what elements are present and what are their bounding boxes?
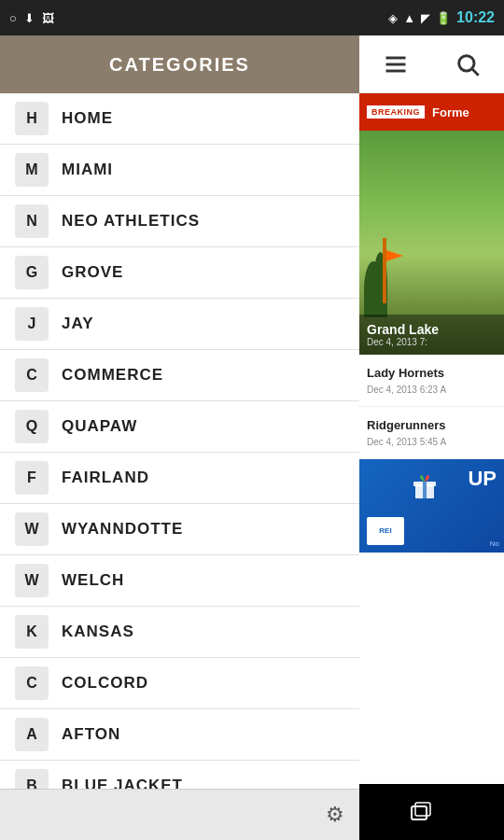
sidebar-item-label-jay: JAY: [62, 315, 94, 333]
search-button[interactable]: [444, 41, 491, 88]
sidebar-item-label-wyandotte: WYANNDOTTE: [62, 520, 183, 539]
sidebar-item-label-kansas: KANSAS: [62, 623, 134, 641]
card-caption: Grand Lake Dec 4, 2013 7:: [359, 315, 504, 355]
sidebar-items-list: H HOME M MIAMI N NEO ATHLETICS G GROVE J…: [0, 93, 359, 789]
sidebar-item-label-afton: AFTON: [62, 725, 120, 744]
card-title: Grand Lake: [367, 322, 497, 337]
sidebar-item-label-colcord: COLCORD: [62, 674, 148, 693]
network-icon: ◤: [421, 11, 430, 25]
sidebar-item-kansas[interactable]: K KANSAS: [0, 607, 359, 658]
sidebar-item-icon-quapaw: Q: [15, 410, 49, 443]
sidebar-item-fairland[interactable]: F FAIRLAND: [0, 453, 359, 504]
svg-line-4: [473, 69, 479, 75]
battery-icon: 🔋: [436, 11, 451, 25]
sidebar-item-label-commerce: COMMERCE: [62, 366, 163, 385]
notification-icon: ○: [9, 11, 17, 25]
sidebar-item-label-quapaw: QUAPAW: [62, 417, 137, 436]
wifi-icon: ▲: [403, 11, 415, 25]
news-item-1-title: Lady Hornets: [367, 366, 497, 382]
sidebar-item-label-blue-jacket: BLUE JACKET: [62, 777, 183, 789]
sidebar-item-label-fairland: FAIRLAND: [62, 469, 149, 487]
sidebar-item-icon-miami: M: [15, 153, 49, 187]
right-topbar: [359, 35, 504, 93]
news-item-2[interactable]: Ridgerunners Dec 4, 2013 5:45 A: [359, 407, 504, 459]
status-bar-right: ◈ ▲ ◤ 🔋 10:22: [388, 9, 495, 26]
sidebar-item-icon-kansas: K: [15, 615, 49, 649]
sidebar-item-miami[interactable]: M MIAMI: [0, 145, 359, 196]
status-bar: ○ ⬇ 🖼 ◈ ▲ ◤ 🔋 10:22: [0, 0, 504, 35]
main-container: CATEGORIES H HOME M MIAMI N NEO ATHLETIC…: [0, 35, 504, 840]
svg-point-3: [459, 55, 474, 70]
breaking-label: BREAKING: [367, 105, 425, 119]
sidebar-item-label-welch: WELCH: [62, 571, 124, 590]
sidebar-item-label-miami: MIAMI: [62, 161, 113, 179]
breaking-bar: BREAKING Forme: [359, 93, 504, 131]
settings-icon[interactable]: ⚙: [326, 803, 344, 827]
main-image-card[interactable]: Grand Lake Dec 4, 2013 7:: [359, 131, 504, 355]
sidebar-item-icon-commerce: C: [15, 358, 49, 392]
sidebar-item-icon-blue-jacket: B: [15, 769, 49, 789]
right-panel: BREAKING Forme Grand Lake Dec 4, 2013 7:: [359, 35, 504, 840]
sidebar-item-icon-fairland: F: [15, 461, 49, 495]
sidebar-item-afton[interactable]: A AFTON: [0, 709, 359, 761]
sidebar-item-label-grove: GROVE: [62, 263, 123, 282]
sidebar-item-label-neo-athletics: NEO ATHLETICS: [62, 212, 200, 231]
sidebar-item-icon-wyandotte: W: [15, 512, 49, 546]
sidebar-item-icon-neo-athletics: N: [15, 204, 49, 238]
sidebar-item-grove[interactable]: G GROVE: [0, 247, 359, 299]
ad-banner[interactable]: REI UP No: [359, 459, 504, 553]
breaking-text: Forme: [432, 105, 469, 119]
svg-rect-10: [415, 803, 430, 816]
flag-pole: [383, 238, 386, 303]
clock: 10:22: [456, 9, 495, 26]
recent-apps-button[interactable]: [392, 793, 448, 831]
sidebar: CATEGORIES H HOME M MIAMI N NEO ATHLETIC…: [0, 35, 359, 840]
news-item-2-date: Dec 4, 2013 5:45 A: [367, 437, 497, 447]
news-item-1[interactable]: Lady Hornets Dec 4, 2013 6:23 A: [359, 355, 504, 407]
ad-text: UP: [468, 467, 497, 491]
svg-rect-9: [412, 806, 427, 819]
sidebar-header: CATEGORIES: [0, 35, 359, 93]
sidebar-item-icon-afton: A: [15, 718, 49, 751]
sidebar-item-icon-colcord: C: [15, 666, 49, 700]
sidebar-item-icon-home: H: [15, 102, 49, 135]
sidebar-item-colcord[interactable]: C COLCORD: [0, 658, 359, 709]
menu-button[interactable]: [372, 41, 419, 88]
status-bar-left: ○ ⬇ 🖼: [9, 11, 54, 25]
card-date: Dec 4, 2013 7:: [367, 337, 497, 347]
ad-gift-icon: [411, 473, 439, 505]
sidebar-item-icon-grove: G: [15, 256, 49, 289]
sidebar-item-jay[interactable]: J JAY: [0, 299, 359, 350]
sidebar-footer[interactable]: ⚙: [0, 789, 359, 840]
sidebar-title: CATEGORIES: [109, 54, 250, 76]
sidebar-item-welch[interactable]: W WELCH: [0, 555, 359, 607]
sidebar-item-home[interactable]: H HOME: [0, 93, 359, 145]
image-icon: 🖼: [42, 11, 54, 25]
download-icon: ⬇: [24, 11, 35, 25]
svg-rect-7: [423, 482, 427, 498]
sidebar-item-commerce[interactable]: C COMMERCE: [0, 350, 359, 401]
sidebar-item-wyandotte[interactable]: W WYANNDOTTE: [0, 504, 359, 555]
sidebar-item-quapaw[interactable]: Q QUAPAW: [0, 401, 359, 453]
news-item-1-date: Dec 4, 2013 6:23 A: [367, 385, 497, 395]
sidebar-item-neo-athletics[interactable]: N NEO ATHLETICS: [0, 196, 359, 247]
news-item-2-title: Ridgerunners: [367, 418, 497, 434]
sidebar-item-icon-jay: J: [15, 307, 49, 341]
signal-icon: ◈: [388, 11, 398, 25]
ad-logo: REI: [367, 517, 404, 545]
sidebar-item-icon-welch: W: [15, 564, 49, 597]
sidebar-item-blue-jacket[interactable]: B BLUE JACKET: [0, 761, 359, 789]
sidebar-item-label-home: HOME: [62, 109, 113, 128]
ad-sub: No: [490, 539, 499, 548]
